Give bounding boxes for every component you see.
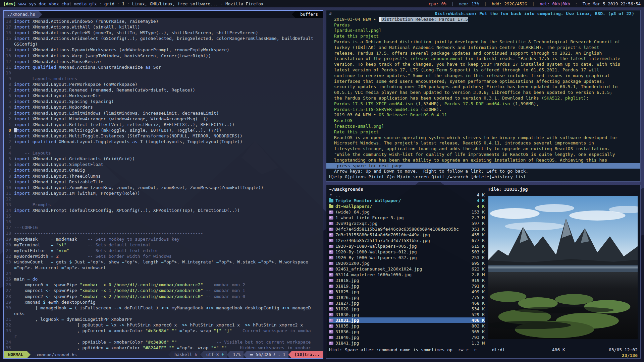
image-file-icon <box>329 239 333 242</box>
code-line: 30 { manageHook = ( isFullscreen --> doF… <box>4 305 323 316</box>
browser-text-line: -- press space for next page -- <box>326 163 640 169</box>
separator: : <box>124 1 132 6</box>
filetype-segment: haskell λ <box>171 351 200 358</box>
browser-text-line: continue to receive updates." Some of th… <box>329 73 638 79</box>
browser-text-line: filesystem storage, application loading … <box>329 146 638 152</box>
file-row[interactable]: 31841.jpg1.3 M <box>329 340 485 346</box>
file-row[interactable]: 31819.jpg791 K <box>329 283 485 289</box>
link-distribution-release-pardus[interactable]: Distribution Release: Pardus 17.5 <box>381 17 468 22</box>
file-row[interactable]: 31831.jpg486 K <box>329 317 485 323</box>
file-row[interactable]: 31825.jpg499 K <box>329 289 485 295</box>
line-number: 8 <box>4 173 14 179</box>
file-row[interactable]: 02461_africansunset_1280x1024.jpg622 K <box>329 266 485 272</box>
file-name: 1920-By-1080-Wallpapers-005.jpg <box>335 243 417 249</box>
file-row[interactable]: 3vo91g7azxqz.jpg597 K <box>329 221 485 226</box>
file-name: 31836.jpg <box>335 329 359 335</box>
link[interactable]: Pardus-17.5-DDE-amd64.iso <box>444 101 510 106</box>
line-number: 4 <box>4 150 14 156</box>
column-number: 1 <box>283 352 285 357</box>
code-line: 6import XMonad.Layout.SimplestFloat <box>4 162 323 167</box>
text-segment: (1,396MB), <box>510 101 539 106</box>
file-row[interactable]: 31826.jpg775 K <box>329 295 485 300</box>
lines-icon: ☰ <box>250 352 253 357</box>
browser-text-line: longstanding one has been the ability to… <box>329 158 638 163</box>
file-row[interactable]: 04fc7e45d58115b2a9fe446c8c635886b694e108… <box>329 226 485 232</box>
file-row[interactable]: dt-wallpapers/4 K <box>329 203 485 209</box>
toolbar-indicator: # <box>329 11 334 17</box>
file-row[interactable]: 31836.jpg365 K <box>329 329 485 335</box>
file-row[interactable]: 7d3c13155880e514a8d6d70510be449a.jpg455 … <box>329 232 485 238</box>
file-row[interactable]: ..4 K <box>329 192 485 198</box>
buffers-label[interactable]: buffers <box>296 11 323 18</box>
file-row[interactable]: (wide) 64.jpg153 K <box>329 209 485 215</box>
text-segment: 2019-03-04 NEW • <box>334 112 379 117</box>
file-name: 31831.jpg <box>335 317 359 323</box>
folder-icon <box>329 199 333 202</box>
code-text: import qualified XMonad.Layout.ToggleLay… <box>14 139 313 144</box>
code-line: 12 <box>4 196 323 202</box>
line-number: 5 <box>4 156 14 162</box>
link[interactable]: SHA512 <box>544 96 560 101</box>
file-row[interactable]: 31835.jpg802 K <box>329 323 485 329</box>
code-text: import XMonad.Layout.IM (withIM, Propert… <box>14 190 313 196</box>
link[interactable]: Pardus-17.5-LTS-SERVER-amd64.iso <box>334 107 418 112</box>
file-name: 02461_africansunset_1280x1024.jpg <box>335 266 422 272</box>
file-row[interactable]: 1920-By-1080-Wallpapers-005.jpg615 K <box>329 243 485 249</box>
file-size: 791 K <box>469 283 485 289</box>
file-row[interactable]: 12ee746bb85735f1a7a4cd4d7f581b5c.jpg677 … <box>329 238 485 243</box>
file-row[interactable]: 03114_mapletree_1680x1050.jpg2.8 M <box>329 272 485 278</box>
link[interactable]: Pardus-17.5-LTS-XFCE-amd64.iso <box>334 101 413 106</box>
image-link[interactable]: [reactos-small.png] <box>334 124 384 129</box>
link[interactable]: pkglist <box>565 96 584 101</box>
powerline-separator <box>227 351 230 358</box>
code-line: 17---CONFIG <box>4 225 323 230</box>
text-segment: Arrow keys: Up and Down to move. Right t… <box>334 169 528 174</box>
tab-xmonad-hs[interactable]: ./xmonad.hs <box>4 11 39 18</box>
code-text: import XMonad.Layout.WindowArranger (win… <box>14 116 313 122</box>
link[interactable]: Rate this project <box>334 129 379 134</box>
browser-text-line: Rate this project <box>329 129 638 135</box>
code-line: 14import XMonad.Actions.DynamicWorkspace… <box>4 47 323 53</box>
browser-text-line: ReactOS is an open source operating syst… <box>329 135 638 141</box>
file-row[interactable]: 31830.jpg529 K <box>329 312 485 317</box>
link-os-release-reactos[interactable]: OS Release: ReactOS 0.4.11 <box>379 112 447 117</box>
link[interactable]: Pardus <box>334 22 350 27</box>
line-number: 18 <box>4 18 14 24</box>
workspace-current[interactable]: [dev] <box>3 1 16 6</box>
file-row[interactable]: 31827.jpg468 K <box>329 300 485 306</box>
encoding-segment: utf-8 ♦ <box>203 351 227 358</box>
file-row[interactable]: 31818.jpg919 K <box>329 278 485 283</box>
code-text: main = do <box>14 276 313 282</box>
link[interactable]: release announcement <box>410 56 463 61</box>
file-size: 503 K <box>469 249 485 255</box>
file-row[interactable]: 1920x1200.jpg695 K <box>329 260 485 266</box>
browser-text-line: interfaces that some end users encounter… <box>329 79 638 84</box>
code-text: import XMonad.Layout.LimitWindows (limit… <box>14 110 313 116</box>
link[interactable]: ReactOS <box>334 118 353 123</box>
link[interactable]: Rate this project <box>334 34 379 39</box>
file-row[interactable]: 31840.jpg793 K <box>329 335 485 340</box>
code-line: 4 -- Layouts <box>4 150 323 156</box>
image-link[interactable]: [pardus-small.png] <box>334 28 381 33</box>
file-name: 1 wheat field Europe 3.jpg <box>335 215 404 221</box>
file-row[interactable]: 1920-By-1080-Wallpapers-012.jpg503 K <box>329 249 485 255</box>
network-stat: net: 0kb|0kb <box>540 1 570 6</box>
file-row[interactable]: 1920-By-1080-Wallpapers-037.jpg253 K <box>329 255 485 260</box>
editor-area[interactable]: 18import XMonad.Actions.WindowGo (runOrR… <box>4 18 323 351</box>
current-directory: ~/Backgrounds <box>329 186 485 192</box>
code-line: 3 <box>4 144 323 150</box>
image-file-icon <box>329 302 333 305</box>
line-number: 6 <box>4 162 14 167</box>
separator: | <box>446 1 459 6</box>
browser-text-line: "While the community wish-list for quali… <box>329 152 638 158</box>
code-line: 20myTerminal = "st" -- Sets default term… <box>4 242 323 248</box>
line-number: 14 <box>4 207 14 213</box>
code-line: 9import XMonad.Layout.ResizableTile <box>4 179 323 185</box>
vifm-statusbar: Hint: Space after :command name is somet… <box>329 347 638 353</box>
workspaces-hidden[interactable]: www sys doc vbox chat media gfx <box>16 1 97 6</box>
file-row[interactable]: 1 wheat field Europe 3.jpg2.7 M <box>329 215 485 221</box>
code-line: 8import XMonad.Layout.ThreeColumns <box>4 173 323 179</box>
file-row[interactable]: Triple Monitor Wallpaper/4 K <box>329 198 485 203</box>
file-row[interactable]: 31828.jpg534 K <box>329 306 485 312</box>
code-line: 3import XMonad.Layout.LimitWindows (limi… <box>4 110 323 116</box>
